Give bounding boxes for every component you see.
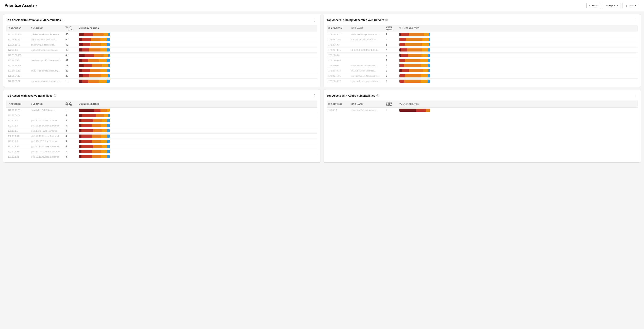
- table-row[interactable]: 172.11.1.5ipc.1.173.17.0.flex.1.internal…: [6, 139, 317, 144]
- share-icon: ⎍: [589, 4, 590, 7]
- vuln-bar: [79, 119, 110, 122]
- table-row[interactable]: 172.26.164.1git.library.1.telesense-lab.…: [6, 42, 317, 48]
- dns-name: ipc.1.73.18.14.base.1.internal: [30, 123, 64, 128]
- table-row[interactable]: 172.26.48.15XXXXXXXXXXXXXXXXXX...4: [327, 48, 638, 53]
- table-row[interactable]: 192.11.1.4ipc.1.73.18.14.base.1.internal…: [6, 123, 317, 128]
- table-row[interactable]: 172.26.64.646: [6, 113, 317, 118]
- table-row[interactable]: 172.26.11.65fpovida.lab.SchOldcolor.u...…: [6, 108, 317, 113]
- vuln-total: 3: [64, 123, 78, 128]
- ip-address: 192.11.1.41: [6, 154, 30, 160]
- col-header-ip-java: IP ADDRESS: [6, 100, 30, 108]
- table-row[interactable]: 192.11.1.38ipc.1.73.11.81.base.1.interna…: [6, 144, 317, 149]
- ip-address: 10.20.1.1: [327, 108, 350, 113]
- dns-name: dedicated.hunger.telesense...: [350, 32, 384, 37]
- table-row[interactable]: 172.11.1.21ipc.1.173.17.0.21.flex.1.inte…: [6, 149, 317, 154]
- header-actions: ⎍ Share ⇥ Export ▾ ⋮ More ▾: [586, 3, 640, 8]
- panel-title-group-java: Top Assets with Java Vulnerabilities ⓘ: [6, 94, 56, 98]
- dns-name: [350, 58, 384, 63]
- vuln-total: 3: [64, 128, 78, 134]
- vuln-total: 6: [384, 37, 398, 42]
- table-row[interactable]: 192.11.1.41ipc.1.73.11.41.base.1.interna…: [6, 154, 317, 160]
- more-button[interactable]: ⋮ More ▾: [622, 3, 640, 8]
- table-row[interactable]: 192.11.1.41ipc.1.73.11.14.base.1.interna…: [6, 134, 317, 139]
- dns-name: smasheld.141.internal-abo...: [350, 108, 384, 113]
- vuln-bars-cell: [78, 74, 317, 78]
- ip-address: 192.168.1.113: [6, 68, 30, 74]
- table-row[interactable]: 172.26.45.111dedicated.hunger.telesense.…: [327, 32, 638, 37]
- table-row[interactable]: 172.26.45.85normal.050.1.102.tungnann...…: [327, 74, 638, 78]
- table-row[interactable]: 172.26.48.17smashelle.set.target.teresel…: [327, 78, 638, 84]
- vuln-bars-cell: [78, 63, 317, 68]
- table-row[interactable]: 172.26.3.43bandicam.gen.101.telesense-l.…: [6, 58, 317, 63]
- export-icon: ⇥: [606, 4, 608, 7]
- table-row[interactable]: 172.26.31.67temporary.lab.remotelessense…: [6, 78, 317, 84]
- table-row[interactable]: 172.26.64.10823: [6, 63, 317, 68]
- ip-address: 172.11.1.5: [6, 139, 30, 144]
- table-row[interactable]: 172.26.11.95tub-flag-091.lab.tenesides..…: [327, 37, 638, 42]
- table-row[interactable]: 172.26.11.115policies.transit.tenable-ne…: [6, 32, 317, 37]
- panel-menu-exploitable[interactable]: ⋮: [312, 18, 317, 22]
- share-button[interactable]: ⎍ Share: [586, 3, 601, 8]
- table-row[interactable]: 172.26.0.64smashement.lab.telesides...1: [327, 63, 638, 68]
- col-header-dns-adobe: DNS NAME: [350, 100, 384, 108]
- info-icon-exploitable[interactable]: ⓘ: [62, 18, 64, 22]
- vuln-total: 3: [64, 144, 78, 149]
- page-title: Prioritize Assets: [4, 3, 34, 8]
- panel-title-group: Top Assets with Exploitable Vulnerabilit…: [6, 18, 64, 22]
- ip-address: 172.11.1.21: [6, 149, 30, 154]
- chevron-down-icon[interactable]: ▾: [36, 4, 37, 7]
- dns-name: ipc.1.73.11.81.base.1.internal: [30, 144, 64, 149]
- vuln-bars-cell: [78, 42, 317, 48]
- table-row[interactable]: 172.11.1.1ipc.1.173.17.0.flex.1.internal…: [6, 118, 317, 123]
- vuln-bar: [79, 69, 110, 72]
- page-title-group: Prioritize Assets ▾: [4, 3, 37, 8]
- table-row[interactable]: 192.168.1.113drug34.lab.remotelessecurit…: [6, 68, 317, 74]
- info-icon-webservers[interactable]: ⓘ: [385, 18, 388, 22]
- panel-header-adobe: Top Assets with Adobe Vulnerabilities ⓘ …: [327, 93, 638, 98]
- ip-address: 192.11.1.41: [6, 134, 30, 139]
- table-adobe: IP ADDRESS DNS NAME VULN TOTAL VULNERABI…: [327, 100, 638, 112]
- page-header: Prioritize Assets ▾ ⎍ Share ⇥ Export ▾ ⋮…: [0, 0, 644, 11]
- dns-name: drug34.lab.remotelessecurity...: [30, 68, 64, 74]
- info-icon-adobe[interactable]: ⓘ: [376, 94, 379, 98]
- table-row[interactable]: 172.26.48.652: [327, 58, 638, 63]
- vuln-bars-cell: [398, 68, 638, 74]
- panel-menu-webservers[interactable]: ⋮: [633, 18, 638, 22]
- col-header-ip-adobe: IP ADDRESS: [327, 100, 350, 108]
- vuln-total: 6: [384, 108, 398, 113]
- vuln-bars-cell: [78, 78, 317, 84]
- col-header-vulns-adobe: VULNERABILITIES: [398, 100, 638, 108]
- table-row[interactable]: 10.20.1.1smasheld.141.internal-abo...6: [327, 108, 638, 113]
- table-row[interactable]: 172.26.1.1a.generative.smb.telesense...4…: [6, 48, 317, 53]
- table-row[interactable]: 172.26.64.19420: [6, 74, 317, 78]
- export-button[interactable]: ⇥ Export ▾: [603, 3, 621, 8]
- vuln-bar: [79, 114, 110, 117]
- vuln-bars-cell: [78, 108, 317, 113]
- table-row[interactable]: 172.26.48.62: [327, 53, 638, 58]
- ip-address: 172.11.1.1: [6, 118, 30, 123]
- panel-title-adobe: Top Assets with Adobe Vulnerabilities: [327, 94, 375, 97]
- ip-address: 172.26.1.1: [6, 48, 30, 53]
- vuln-bar: [400, 48, 430, 52]
- table-row[interactable]: 172.11.1.5ipc.1.173.17.0.flex.1.internal…: [6, 128, 317, 134]
- vuln-bar: [79, 129, 110, 132]
- table-row[interactable]: 172.26.48.18dr.l.target.tereselectricity…: [327, 68, 638, 74]
- vuln-bar: [400, 59, 430, 62]
- vuln-bars-cell: [398, 108, 638, 113]
- info-icon-java[interactable]: ⓘ: [54, 94, 56, 98]
- vuln-bars-cell: [78, 37, 317, 42]
- table-row[interactable]: 172.26.68.35: [327, 42, 638, 48]
- vuln-bars-cell: [78, 53, 317, 58]
- table-row[interactable]: 172.31.86.10943: [6, 53, 317, 58]
- panel-menu-adobe[interactable]: ⋮: [633, 93, 638, 98]
- panel-webservers: Top Assets Running Vulnerable Web Server…: [324, 14, 641, 87]
- vuln-bar: [79, 54, 110, 57]
- dns-name: [30, 74, 64, 78]
- vuln-bar: [79, 74, 110, 78]
- dns-name: ipc.1.173.17.0.flex.1.internal: [30, 139, 64, 144]
- panel-menu-java[interactable]: ⋮: [312, 93, 317, 98]
- table-row[interactable]: 172.26.31.17smashtest.local.telesense...…: [6, 37, 317, 42]
- vuln-bar: [79, 124, 110, 127]
- ip-address: 172.26.11.95: [327, 37, 350, 42]
- dns-name: [350, 53, 384, 58]
